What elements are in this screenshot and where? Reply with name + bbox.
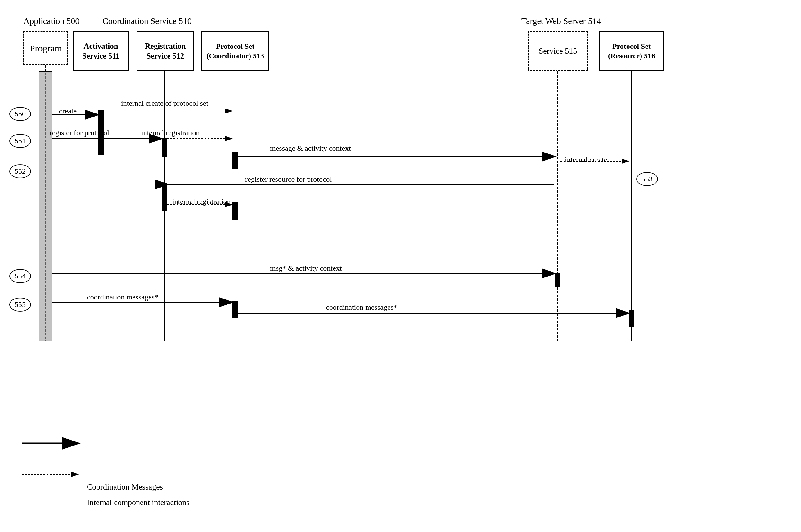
legend-solid-label: Coordination Messages: [87, 482, 163, 492]
ellipse-555: 555: [9, 298, 31, 311]
svg-rect-13: [232, 202, 238, 220]
ellipse-553: 553: [636, 172, 658, 186]
ellipse-551: 551: [9, 134, 31, 148]
activation-service-box: ActivationService 511: [73, 31, 129, 71]
svg-rect-14: [555, 273, 561, 287]
svg-rect-18: [39, 71, 52, 341]
legend-dashed-arrow: [19, 498, 81, 507]
svg-rect-10: [162, 138, 167, 156]
msg-msg-activity-context: msg* & activity context: [270, 264, 342, 272]
msg-message-activity-context: message & activity context: [270, 144, 351, 153]
protocol-set-coord-box: Protocol Set(Coordinator) 513: [201, 31, 269, 71]
protocol-set-resource-box: Protocol Set(Resource) 516: [599, 31, 664, 71]
svg-rect-11: [232, 152, 238, 169]
program-box: Program: [23, 31, 68, 65]
ellipse-550: 550: [9, 107, 31, 121]
msg-internal-registration-2: internal registration: [172, 197, 231, 206]
msg-coordination-messages-1: coordination messages*: [87, 293, 158, 301]
svg-rect-15: [232, 301, 238, 318]
msg-internal-registration-1: internal registration: [141, 129, 200, 137]
msg-internal-create-protocol: internal create of protocol set: [121, 99, 208, 108]
legend-area: Coordination Messages Internal component…: [19, 482, 189, 507]
target-header: Target Web Server 514: [521, 16, 601, 26]
legend-solid-arrow: [19, 482, 81, 492]
svg-rect-17: [39, 71, 52, 341]
ellipse-552: 552: [9, 164, 31, 178]
msg-coordination-messages-2: coordination messages*: [326, 303, 397, 311]
msg-register-resource: register resource for protocol: [245, 175, 332, 184]
diagram: Application 500 Coordination Service 510…: [0, 0, 801, 532]
coordination-header: Coordination Service 510: [103, 16, 192, 26]
msg-internal-create: internal create: [565, 156, 607, 164]
legend-dashed-label: Internal component interactions: [87, 498, 189, 507]
svg-rect-12: [162, 183, 167, 211]
arrows-svg: [0, 0, 801, 532]
svg-rect-16: [629, 310, 634, 327]
service-515-box: Service 515: [528, 31, 588, 71]
msg-register-for-protocol: register for protocol: [50, 129, 109, 137]
ellipse-554: 554: [9, 269, 31, 283]
msg-create: create: [59, 107, 77, 115]
registration-service-box: RegistrationService 512: [136, 31, 194, 71]
application-header: Application 500: [23, 16, 79, 26]
